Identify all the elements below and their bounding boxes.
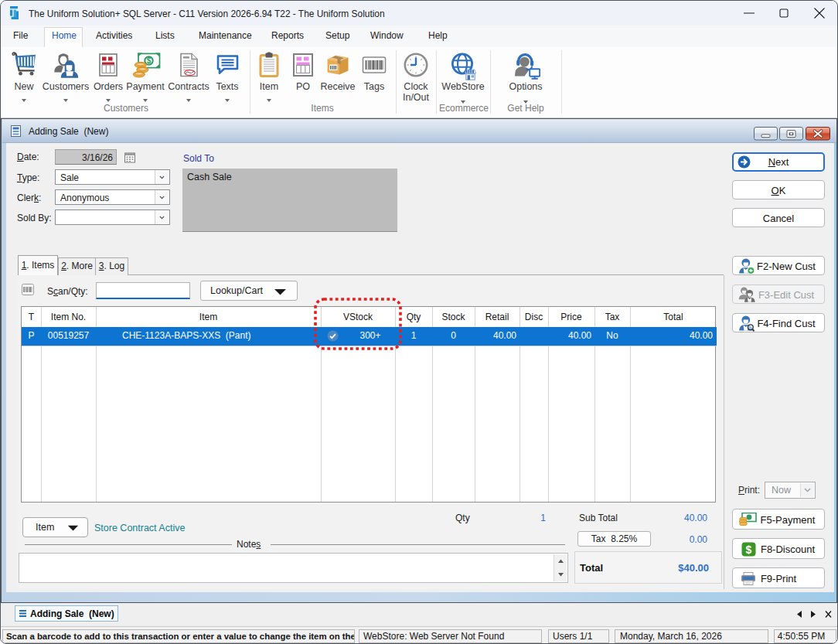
svg-text:$: $ (147, 56, 152, 65)
